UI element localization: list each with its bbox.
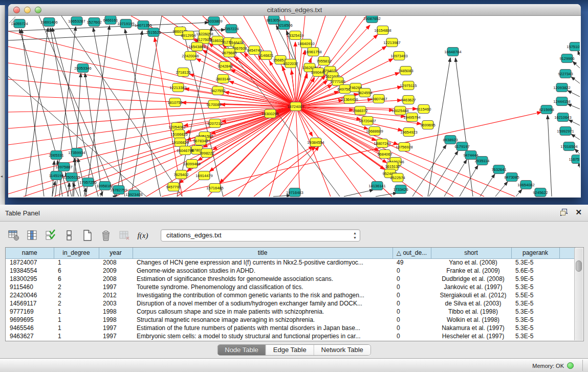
paper-node[interactable]: 16914479 [195, 171, 212, 180]
paper-node[interactable]: 7955812 [316, 57, 331, 65]
column-header-indegree[interactable]: in_degree [54, 248, 99, 258]
column-header-title[interactable]: title [133, 248, 393, 258]
paper-node[interactable]: 19106825 [171, 138, 188, 147]
table-row[interactable]: 977716911998Corpus callosum shape and si… [6, 308, 575, 316]
external-paper-node[interactable]: 1527602 [86, 18, 101, 27]
external-paper-node[interactable]: 6466161 [103, 16, 118, 25]
column-header-short[interactable]: short [431, 248, 511, 258]
delete-rows-button[interactable] [99, 229, 113, 242]
paper-node[interactable]: 18640910 [297, 39, 314, 48]
float-panel-icon[interactable] [560, 208, 568, 216]
table-row[interactable]: 969969511998Structural magnetic resonanc… [6, 316, 575, 324]
table-row[interactable]: 1938455462009Genome-wide association stu… [6, 267, 575, 275]
network-canvas[interactable]: 1872400798601288912954182260589127505165… [8, 16, 580, 197]
external-paper-node[interactable]: 10653287 [68, 17, 85, 26]
select-columns-button[interactable] [44, 229, 57, 242]
paper-node[interactable]: 5678342 [193, 137, 208, 145]
external-paper-node[interactable]: 20087652 [363, 16, 380, 23]
tab-node-table[interactable]: Node Table [217, 345, 266, 355]
paper-node[interactable]: 2803144 [215, 75, 230, 83]
panel-collapse-arrow-icon[interactable]: ◂ [1, 174, 3, 179]
external-paper-node[interactable]: 15751074 [567, 42, 580, 51]
node-table-grid[interactable]: namein_degreeyeartitle△ out_de...shortpa… [6, 248, 575, 340]
external-paper-node[interactable]: 7632641 [491, 165, 506, 174]
paper-node[interactable]: 9427552 [210, 86, 225, 95]
external-paper-node[interactable]: 14136141 [368, 182, 385, 190]
external-paper-node[interactable]: 9129966 [559, 54, 574, 63]
table-row[interactable]: 1872400712008Changes of HCN gene express… [6, 258, 575, 267]
paper-node[interactable]: 1810755 [167, 98, 182, 107]
paper-node[interactable]: 19654923 [400, 128, 417, 137]
paper-node[interactable]: 15716485 [206, 184, 223, 192]
table-row[interactable]: 946554611997Estimation of the future num… [6, 324, 575, 332]
paper-node[interactable]: 7485083 [398, 67, 413, 75]
paper-node[interactable]: 19384554 [307, 138, 324, 147]
scrollbar-thumb[interactable] [576, 260, 582, 272]
paper-node[interactable]: 7986372 [353, 106, 367, 115]
external-paper-node[interactable]: 2065331 [49, 151, 63, 160]
column-header-year[interactable]: year [99, 248, 133, 258]
external-paper-node[interactable]: 7515525 [146, 28, 161, 37]
table-row[interactable]: 1830029562008Estimation of significance … [6, 275, 575, 283]
table-vertical-scrollbar[interactable] [574, 248, 583, 340]
paper-node[interactable]: 16961758 [304, 48, 321, 56]
paper-node[interactable]: 8912954 [181, 31, 195, 40]
paper-node[interactable]: 9684067 [377, 150, 392, 159]
external-paper-node[interactable]: 9245622 [533, 188, 548, 197]
paper-node[interactable]: 9146821 [258, 51, 273, 60]
paper-node[interactable]: 10025488 [391, 106, 408, 115]
paper-node[interactable]: 9322037 [283, 59, 298, 68]
tab-edge-table[interactable]: Edge Table [266, 345, 314, 355]
paper-node[interactable]: 10688609 [366, 127, 383, 136]
paper-node[interactable]: 9115460 [417, 105, 431, 114]
table-settings-button[interactable] [7, 229, 20, 242]
external-paper-node[interactable]: 16648784 [444, 48, 461, 56]
paper-node[interactable]: 8207210 [207, 119, 222, 128]
window-titlebar[interactable]: citations_edges.txt [8, 4, 581, 16]
paper-node[interactable]: 19495794 [403, 113, 420, 122]
column-header-outde[interactable]: △ out_de... [393, 248, 431, 258]
citation-network-graph[interactable]: 1872400798601288912954182260589127505165… [8, 16, 580, 197]
window-resize-grip-icon[interactable] [8, 16, 16, 24]
paper-node[interactable]: 2522574 [390, 173, 405, 182]
external-paper-node[interactable]: 1733426 [393, 185, 408, 194]
external-paper-node[interactable]: 20053346 [74, 64, 91, 73]
external-paper-node[interactable]: 8215958 [539, 105, 554, 114]
paper-node[interactable]: 9457791 [166, 183, 181, 191]
external-paper-node[interactable]: 9227343 [558, 70, 573, 78]
paper-node[interactable]: 7625402 [173, 170, 188, 179]
network-view-window[interactable]: citations_edges.txt 18724007986012889129… [8, 4, 581, 198]
external-paper-node[interactable]: 7357224 [224, 25, 238, 33]
external-paper-node[interactable]: 1145194 [49, 171, 64, 180]
external-paper-node[interactable]: 16210643 [554, 113, 571, 122]
paper-node[interactable]: 16154808 [374, 26, 391, 35]
paper-node[interactable]: 12975115 [400, 81, 417, 90]
paper-node[interactable]: 2675685 [222, 49, 236, 57]
external-paper-node[interactable]: 11675324 [569, 155, 580, 164]
paper-node[interactable]: 12213987 [383, 38, 400, 47]
paper-node[interactable]: 13325419 [287, 31, 303, 40]
table-row[interactable]: 2242004622012Investigating the contribut… [6, 291, 575, 299]
external-paper-node[interactable]: 6179197 [454, 142, 469, 151]
table-selector-dropdown[interactable]: citations_edges.txt ▲▼ [161, 229, 360, 242]
close-panel-icon[interactable]: ✕ [575, 208, 582, 216]
external-paper-node[interactable]: 16033809 [205, 17, 222, 26]
column-header-name[interactable]: name [6, 248, 54, 258]
external-paper-node[interactable]: 20691406 [40, 18, 57, 27]
paper-node[interactable]: 9170084 [206, 100, 221, 109]
external-paper-node[interactable]: 8938923 [443, 136, 458, 144]
table-row[interactable]: 946362711997Embryonic stem cells: a mode… [6, 332, 575, 340]
external-paper-node[interactable]: 8473085 [504, 173, 519, 182]
external-paper-node[interactable]: 2935114 [475, 157, 490, 165]
paper-node[interactable]: 3824554 [357, 89, 372, 97]
left-collapsed-panel[interactable]: ◂ [0, 5, 5, 205]
table-row[interactable]: 1456911722003Disruption of a novel membe… [6, 299, 575, 308]
external-paper-node[interactable]: 12444158 [553, 97, 570, 106]
paper-node[interactable]: 12213383 [169, 83, 186, 92]
column-header-pagerank[interactable]: pagerank [511, 248, 559, 258]
paper-node[interactable]: 9699695 [420, 121, 435, 129]
function-builder-button[interactable]: f(x) [136, 229, 149, 242]
paper-node[interactable]: 9463627 [401, 96, 416, 104]
paper-node[interactable]: 3998222 [199, 149, 214, 158]
show-columns-button[interactable] [26, 229, 39, 242]
